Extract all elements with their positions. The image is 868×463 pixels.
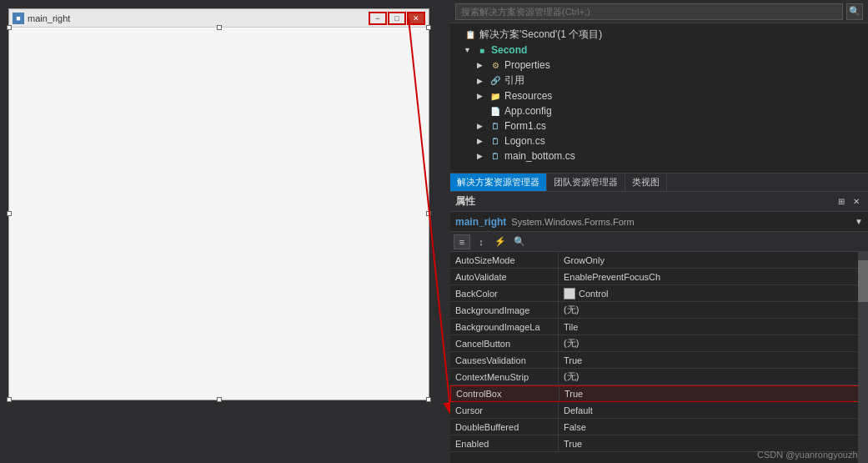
resources-label: Resources	[504, 90, 552, 102]
tree-item-project[interactable]: ▼ ■ Second	[450, 43, 868, 58]
resize-handle-ml[interactable]	[7, 211, 12, 216]
prop-row-autosizemode: AutoSizeMode GrowOnly	[450, 252, 868, 269]
prop-row-doublebuffered: DoubleBuffered False	[450, 419, 868, 435]
form1-label: Form1.cs	[504, 120, 546, 132]
logon-label: Logon.cs	[504, 135, 545, 147]
prop-value-causesvalidation[interactable]: True	[559, 352, 868, 368]
properties-object-dropdown[interactable]: ▼	[855, 217, 863, 226]
properties-object-type: System.Windows.Forms.Form	[511, 217, 634, 227]
right-panel: 🔍 📋 解决方案'Second'(1 个项目) ▼ ■ Second ▶ ⚙	[450, 0, 868, 463]
logon-arrow: ▶	[477, 137, 489, 145]
solution-explorer: 🔍 📋 解决方案'Second'(1 个项目) ▼ ■ Second ▶ ⚙	[450, 0, 868, 192]
prop-name-autosizemode: AutoSizeMode	[450, 252, 559, 268]
prop-row-cancelbutton: CancelButton (无)	[450, 335, 868, 352]
appconfig-label: App.config	[504, 105, 552, 117]
properties-icon: ⚙	[489, 58, 502, 72]
prop-row-bgimagelay: BackgroundImageLa Tile	[450, 319, 868, 335]
resize-handle-tl[interactable]	[7, 25, 12, 30]
prop-value-autosizemode[interactable]: GrowOnly	[559, 252, 868, 268]
scrollbar-thumb[interactable]	[858, 260, 868, 302]
backcolor-swatch	[564, 288, 575, 299]
form-designer-panel: ■ main_right − □ ✕	[0, 0, 450, 463]
maximize-button[interactable]: □	[388, 12, 406, 25]
prop-value-backcolor[interactable]: Control	[559, 285, 868, 301]
form-title-left: ■ main_right	[13, 13, 70, 24]
resize-handle-tr[interactable]	[426, 25, 431, 30]
prop-row-contextmenu: ContextMenuStrip (无)	[450, 369, 868, 385]
prop-name-doublebuffered: DoubleBuffered	[450, 419, 559, 435]
tab-class-view[interactable]: 类视图	[625, 174, 667, 191]
solution-search-button[interactable]: 🔍	[846, 3, 863, 20]
resize-handle-bc[interactable]	[217, 397, 222, 402]
prop-value-bgimage[interactable]: (无)	[559, 302, 868, 318]
resize-handle-bl[interactable]	[7, 397, 12, 402]
appconfig-icon: 📄	[489, 104, 502, 118]
logon-icon: 🗒	[489, 134, 502, 148]
properties-arrow: ▶	[477, 61, 489, 69]
tree-item-references[interactable]: ▶ 🔗 引用	[450, 73, 868, 88]
properties-label: Properties	[504, 59, 550, 71]
prop-name-backcolor: BackColor	[450, 285, 559, 301]
main-bottom-label: main_bottom.cs	[504, 150, 575, 162]
tab-team-explorer[interactable]: 团队资源管理器	[547, 174, 625, 191]
prop-name-bgimage: BackgroundImage	[450, 302, 559, 318]
prop-row-controlbox: ControlBox True	[450, 385, 868, 402]
tree-item-main-bottom[interactable]: ▶ 🗒 main_bottom.cs	[450, 148, 868, 164]
prop-row-backcolor: BackColor Control	[450, 285, 868, 302]
properties-scrollbar[interactable]	[858, 252, 868, 463]
tree-item-resources[interactable]: ▶ 📁 Resources	[450, 88, 868, 103]
prop-search-btn[interactable]: 🔍	[511, 234, 528, 249]
prop-row-bgimage: BackgroundImage (无)	[450, 302, 868, 319]
prop-alphabetical-btn[interactable]: ↕	[473, 234, 489, 249]
prop-row-autovalidate: AutoValidate EnablePreventFocusCh	[450, 269, 868, 285]
tree-item-logon[interactable]: ▶ 🗒 Logon.cs	[450, 133, 868, 148]
prop-name-enabled: Enabled	[450, 435, 559, 451]
prop-name-cancelbutton: CancelButton	[450, 335, 559, 351]
form-icon: ■	[13, 13, 24, 24]
project-icon: ■	[475, 43, 489, 57]
solution-search-input[interactable]	[455, 3, 843, 20]
form1-arrow: ▶	[477, 122, 489, 130]
solution-label: 解决方案'Second'(1 个项目)	[479, 28, 602, 42]
properties-toolbar: ≡ ↕ ⚡ 🔍	[450, 232, 868, 252]
form-window-controls[interactable]: − □ ✕	[369, 12, 425, 25]
tree-item-properties[interactable]: ▶ ⚙ Properties	[450, 58, 868, 73]
prop-value-contextmenu[interactable]: (无)	[559, 369, 868, 385]
properties-header-controls: ⊞ ✕	[835, 195, 863, 209]
prop-value-cancelbutton[interactable]: (无)	[559, 335, 868, 351]
se-toolbar: 🔍	[450, 0, 868, 23]
prop-value-bgimagelay[interactable]: Tile	[559, 319, 868, 335]
resources-arrow: ▶	[477, 92, 489, 100]
prop-value-controlbox[interactable]: True	[559, 386, 867, 401]
prop-events-btn[interactable]: ⚡	[492, 234, 509, 249]
project-arrow: ▼	[464, 46, 475, 54]
pin-button[interactable]: ⊞	[835, 195, 848, 209]
se-tree: 📋 解决方案'Second'(1 个项目) ▼ ■ Second ▶ ⚙ Pro…	[450, 23, 868, 173]
prop-categorized-btn[interactable]: ≡	[454, 234, 470, 249]
form1-icon: 🗒	[489, 119, 502, 133]
tab-solution-explorer[interactable]: 解决方案资源管理器	[450, 174, 547, 191]
references-arrow: ▶	[477, 77, 489, 85]
prop-value-cursor[interactable]: Default	[559, 402, 868, 418]
prop-value-doublebuffered[interactable]: False	[559, 419, 868, 435]
resize-handle-br[interactable]	[426, 397, 431, 402]
tree-item-form1[interactable]: ▶ 🗒 Form1.cs	[450, 118, 868, 133]
references-label: 引用	[504, 73, 524, 88]
se-tab-bar: 解决方案资源管理器 团队资源管理器 类视图	[450, 173, 868, 191]
properties-close-button[interactable]: ✕	[850, 195, 863, 209]
properties-header: 属性 ⊞ ✕	[450, 192, 868, 212]
resize-handle-tc[interactable]	[217, 25, 222, 30]
tree-item-solution[interactable]: 📋 解决方案'Second'(1 个项目)	[450, 27, 868, 43]
minimize-button[interactable]: −	[369, 12, 387, 25]
prop-value-autovalidate[interactable]: EnablePreventFocusCh	[559, 269, 868, 284]
form-title-text: main_right	[28, 13, 70, 23]
prop-name-bgimagelay: BackgroundImageLa	[450, 319, 559, 335]
resize-handle-mr[interactable]	[426, 211, 431, 216]
references-icon: 🔗	[489, 74, 502, 88]
tree-item-appconfig[interactable]: ▶ 📄 App.config	[450, 103, 868, 118]
resources-icon: 📁	[489, 89, 502, 103]
close-button[interactable]: ✕	[407, 12, 425, 25]
properties-object-name: main_right	[455, 216, 506, 228]
properties-list: AutoSizeMode GrowOnly AutoValidate Enabl…	[450, 252, 868, 463]
project-label: Second	[491, 44, 527, 56]
